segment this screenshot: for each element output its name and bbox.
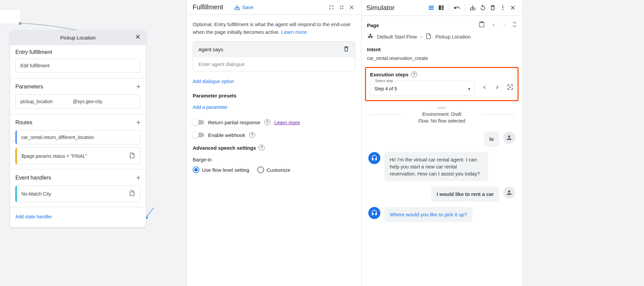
param-name: pickup_location <box>20 99 53 104</box>
focus-icon[interactable] <box>507 84 514 92</box>
page-title: Pickup Location <box>60 35 96 41</box>
customize-label: Customize <box>267 167 290 173</box>
intent-value: car_rental.reservation_create <box>367 56 517 61</box>
description-text: Optional. Entry fulfillment is what the … <box>193 21 351 35</box>
execution-steps-highlight: Execution steps ? Select step Step 4 of … <box>365 67 519 101</box>
close-icon[interactable] <box>134 33 141 42</box>
route-label: car_rental.return_different_location <box>21 135 94 140</box>
enable-webhook-label: Enable webhook <box>208 132 245 138</box>
user-avatar-icon <box>503 187 515 199</box>
help-icon[interactable]: ? <box>411 71 417 77</box>
user-avatar-icon <box>503 132 515 144</box>
help-icon[interactable]: ? <box>249 132 255 138</box>
replay-icon[interactable] <box>478 3 487 12</box>
svg-point-11 <box>502 9 503 10</box>
entry-fulfillment-section: Entry fulfillment Edit fulfillment <box>10 45 146 78</box>
view-split-icon[interactable] <box>437 3 446 12</box>
page-icon <box>425 33 432 41</box>
save-label: Save <box>242 4 253 10</box>
page-label-row: Page <box>367 21 517 29</box>
fulfillment-title: Fulfillment <box>193 3 223 11</box>
routes-title: Routes <box>15 120 32 126</box>
customize-radio[interactable]: Customize <box>257 166 290 173</box>
edit-fulfillment-button[interactable]: Edit fulfillment <box>15 59 141 73</box>
execution-steps-label: Execution steps <box>370 72 408 77</box>
flow-canvas[interactable]: Pickup Location Entry fulfillment Edit f… <box>0 0 186 286</box>
environment-info: Environment: Draft Flow: No flow selecte… <box>368 111 515 124</box>
use-flow-level-radio[interactable]: Use flow level setting <box>193 166 249 173</box>
collapse-section-icon[interactable] <box>513 22 517 29</box>
fulfillment-panel: Fulfillment Save Optional. Entry fulfill… <box>186 0 362 286</box>
save-button[interactable]: Save <box>234 4 253 11</box>
simulator-title: Simulator <box>366 4 394 12</box>
barge-in-heading: Barge-in <box>193 157 355 162</box>
agent-says-card: Agent says Enter agent dialogue <box>193 41 355 71</box>
delete-icon[interactable] <box>343 46 350 53</box>
parameter-presets-heading: Parameter presets <box>193 93 355 98</box>
next-step-button[interactable] <box>494 84 500 92</box>
enable-webhook-toggle[interactable] <box>193 133 204 137</box>
page-label: Page <box>367 22 379 28</box>
page-card-header: Pickup Location <box>10 30 146 45</box>
route-item-2[interactable]: $page.params.status = "FINAL" <box>15 148 141 164</box>
learn-more-link-2[interactable]: Learn more <box>274 120 300 125</box>
add-state-handler-link[interactable]: Add state handler <box>15 211 52 222</box>
select-step-value: Step 4 of 5 <box>374 86 397 91</box>
flow-icon <box>367 33 374 41</box>
step-select[interactable]: Select step Step 4 of 5 ▾ <box>370 81 475 95</box>
help-icon[interactable]: ? <box>264 119 270 125</box>
advanced-speech-label: Advanced speech settings <box>193 145 256 151</box>
add-dialogue-link[interactable]: Add dialogue option <box>193 76 234 87</box>
add-route-icon[interactable]: + <box>136 118 141 127</box>
agent-message-1: Hi! I'm the virtual car rental agent. I … <box>368 152 515 181</box>
collapse-icon[interactable] <box>338 4 345 11</box>
parameter-row[interactable]: pickup_location @sys.geo-city <box>15 94 141 109</box>
env-line-1: Environment: Draft <box>368 111 515 118</box>
event-handlers-title: Event handlers <box>15 175 51 181</box>
expand-icon[interactable] <box>328 4 335 11</box>
prev-step-button[interactable] <box>481 84 487 92</box>
agent-says-label: Agent says <box>198 47 223 52</box>
page-card: Pickup Location Entry fulfillment Edit f… <box>10 30 146 227</box>
agent-avatar-icon <box>368 207 380 219</box>
breadcrumb-separator: - <box>420 34 422 40</box>
add-event-handler-icon[interactable]: + <box>136 173 141 182</box>
agent-message-2: Where would you like to pick it up? <box>368 207 515 222</box>
more-icon[interactable] <box>498 3 507 12</box>
prev-page-icon[interactable] <box>491 22 496 29</box>
simulator-panel: Simulator Page <box>362 0 522 286</box>
radio-unchecked-icon <box>257 166 264 173</box>
drag-handle[interactable] <box>437 107 447 109</box>
page-breadcrumb: Default Start Flow - Pickup Location <box>367 33 517 41</box>
return-partial-toggle[interactable] <box>193 120 204 125</box>
next-page-icon[interactable] <box>502 22 507 29</box>
learn-more-link[interactable]: Learn more <box>281 29 307 35</box>
advanced-speech-heading: Advanced speech settings ? <box>193 145 355 151</box>
add-parameter-icon[interactable]: + <box>136 82 141 91</box>
svg-rect-6 <box>442 5 444 6</box>
close-icon[interactable] <box>348 4 355 11</box>
flow-name: Default Start Flow <box>377 34 417 40</box>
svg-rect-4 <box>429 9 434 10</box>
agent-dialogue-input[interactable]: Enter agent dialogue <box>193 57 355 71</box>
svg-rect-8 <box>442 9 444 10</box>
route-item-1[interactable]: car_rental.return_different_location <box>15 130 141 144</box>
event-handler-item[interactable]: No-Match City <box>15 186 141 202</box>
start-node[interactable] <box>0 10 20 23</box>
svg-rect-7 <box>442 7 444 8</box>
add-parameter-link[interactable]: Add a parameter <box>193 102 227 113</box>
undo-icon[interactable] <box>453 3 461 12</box>
clipboard-icon[interactable] <box>478 21 485 29</box>
svg-point-9 <box>502 5 503 6</box>
close-icon[interactable] <box>509 3 517 12</box>
save-test-icon[interactable] <box>468 3 477 12</box>
svg-rect-5 <box>439 5 441 10</box>
radio-checked-icon <box>193 166 199 173</box>
fulfillment-header: Fulfillment Save <box>187 0 361 15</box>
view-compact-icon[interactable] <box>427 3 436 12</box>
env-line-2: Flow: No flow selected <box>368 118 515 125</box>
svg-rect-2 <box>429 6 434 7</box>
help-icon[interactable]: ? <box>259 145 265 151</box>
delete-icon[interactable] <box>488 3 497 12</box>
intent-label: Intent <box>367 47 517 52</box>
